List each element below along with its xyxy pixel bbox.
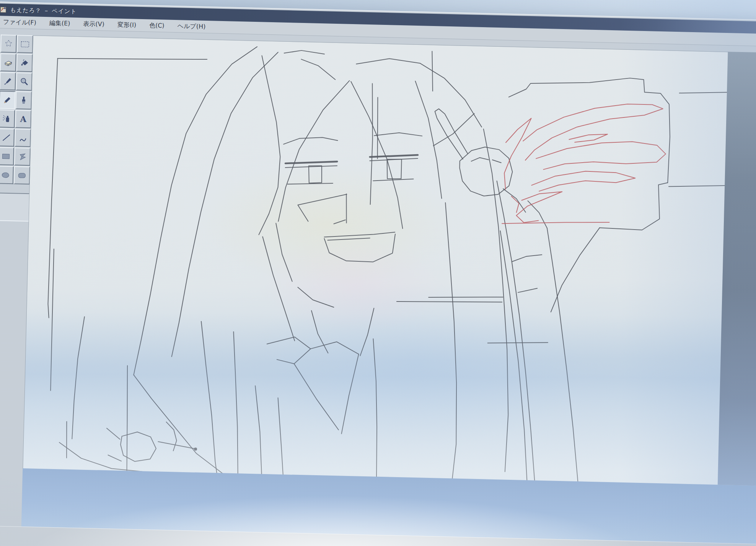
- menu-view[interactable]: 表示(V): [82, 19, 105, 29]
- tool-magnifier[interactable]: [16, 72, 33, 91]
- menu-file[interactable]: ファイル(F): [2, 17, 37, 28]
- tool-line[interactable]: [0, 128, 15, 147]
- paint-window: もえたろ？ － ペイント ファイル(F) 編集(E) 表示(V) 変形(I) 色…: [0, 2, 756, 546]
- tool-fill-with-color[interactable]: [16, 54, 33, 72]
- magnifier-icon: [19, 77, 29, 87]
- menu-edit[interactable]: 編集(E): [49, 18, 71, 28]
- drawing-canvas[interactable]: [23, 35, 728, 485]
- screen-photo: もえたろ？ － ペイント ファイル(F) 編集(E) 表示(V) 変形(I) 色…: [0, 0, 756, 546]
- pencil-icon: [2, 95, 13, 105]
- tool-rectangle[interactable]: [0, 147, 14, 165]
- menu-colors[interactable]: 色(C): [148, 21, 165, 31]
- tool-airbrush[interactable]: [0, 109, 15, 128]
- tool-rounded-rectangle[interactable]: [14, 166, 30, 184]
- tool-curve[interactable]: [15, 129, 31, 147]
- tool-ellipse[interactable]: [0, 166, 14, 184]
- tool-pencil[interactable]: [0, 91, 15, 109]
- window-title: もえたろ？ － ペイント: [10, 6, 77, 15]
- fill-bucket-icon: [20, 58, 30, 68]
- curve-icon: [18, 133, 28, 143]
- sketch-drawing: [23, 36, 728, 485]
- paint-app-icon: [0, 6, 7, 13]
- svg-text:A: A: [20, 114, 27, 124]
- select-icon: [20, 39, 30, 49]
- airbrush-icon: [2, 114, 12, 124]
- tool-pick-color[interactable]: [0, 72, 16, 90]
- rectangle-icon: [1, 151, 11, 161]
- text-icon: A: [18, 114, 28, 124]
- tool-brush[interactable]: [15, 91, 32, 109]
- eraser-icon: [3, 57, 13, 68]
- rounded-rectangle-icon: [17, 170, 27, 181]
- tool-options-box[interactable]: [0, 192, 30, 222]
- tool-polygon[interactable]: [14, 147, 31, 166]
- ellipse-icon: [0, 170, 11, 180]
- menu-help[interactable]: ヘルプ(H): [176, 21, 206, 32]
- menu-image[interactable]: 変形(I): [117, 20, 137, 30]
- tool-select[interactable]: [17, 35, 33, 53]
- brush-icon: [19, 95, 29, 106]
- line-icon: [1, 132, 11, 143]
- window-body: A: [0, 28, 756, 546]
- eyedropper-icon: [3, 76, 13, 86]
- tool-free-form-select[interactable]: [0, 34, 17, 53]
- free-form-select-icon: [3, 39, 14, 49]
- tool-eraser[interactable]: [0, 53, 16, 72]
- tool-text[interactable]: A: [15, 110, 31, 128]
- polygon-icon: [17, 152, 28, 162]
